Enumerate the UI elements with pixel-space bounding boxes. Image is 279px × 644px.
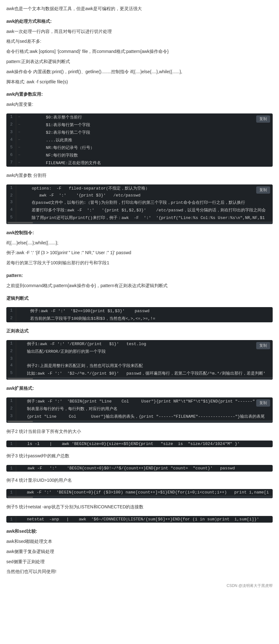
scrollbar-thumb-2: [8, 222, 33, 223]
code-block-8: 1 awk -F ':' 'BEGIN{count=0}{if ($3>100)…: [6, 489, 273, 498]
table-row: 4 例子2:上面是用整行来匹配正则，当然也可以用某个字段来匹配: [6, 362, 273, 370]
table-row: 1 例子1:awk -F ':' '/ERROR/{print $1}' tes…: [6, 340, 273, 348]
code-table-8: 1 awk -F ':' 'BEGIN{count=0}{if ($3>100)…: [6, 489, 273, 496]
builtin-var-label: awk内置变量:: [6, 101, 273, 108]
code-block-1: 复制 1– $0:表示整个当前行 2– $1:表示每行第一个字段 3– $2:表…: [6, 113, 273, 167]
code-inner-6: 1 ls -l | awk 'BEGIN{size=0}{size+=$5}EN…: [6, 441, 273, 447]
code-inner-1: 1– $0:表示整个当前行 2– $1:表示每行第一个字段 3– $2:表示每行…: [6, 113, 273, 167]
example5-section: 例子5 统计netstat -anp状态下分别为LISTEN和CONNECTED…: [6, 503, 273, 511]
scrollbar-thumb-8: [8, 497, 33, 498]
expand-section: awk扩展格式:: [6, 385, 273, 392]
control-title: awk控制指令:: [6, 229, 273, 237]
code-table-5: 1 例子:awk -F ':' 'BEGIN{print "Line Col U…: [6, 397, 273, 420]
desc3: 命令行格式:awk [options] '{command}' file，而co…: [6, 48, 273, 55]
table-row: 2 制表显示每行的行号，每行列数，对应行的用户名: [6, 405, 273, 413]
code-block-3-inner: 1 例子:awk -F ':' '$2==100{print $1,$3}' p…: [6, 307, 273, 322]
expand-title: awk扩展格式:: [6, 385, 273, 392]
scrollbar-8[interactable]: [6, 496, 273, 498]
code-block-1-inner: 复制 1– $0:表示整个当前行 2– $1:表示每行第一个字段 3– $2:表…: [6, 113, 273, 167]
table-row: 7– FILENAME:正在处理的文件名: [6, 159, 273, 167]
code-inner-5[interactable]: 1 例子:awk -F ':' 'BEGIN{print "Line Col U…: [6, 397, 273, 420]
scrollbar-2[interactable]: [6, 222, 273, 224]
code-block-2: 复制 1 options: -F filed-separator(不指定，默认为…: [6, 184, 273, 224]
code-inner-7: 1 awk -F ':' 'BEGIN{count=0}$0!~/^$/{cou…: [6, 465, 273, 472]
table-row: 1 例子:awk -F ':' 'BEGIN{print "Line Col U…: [6, 397, 273, 405]
code-table-4: 1 例子1:awk -F ':' '/ERROR/{print $1}' tes…: [6, 340, 273, 377]
processing-section: awk的处理方式和格式: awk一次处理一行内容，而且对每行可以进行切片处理 格…: [6, 18, 273, 86]
copy-button-2[interactable]: 复制: [256, 186, 270, 194]
copy-button-1[interactable]: 复制: [256, 115, 270, 123]
builtin-param-label: awk内置参数 分割符: [6, 172, 273, 179]
table-row: 1– $0:表示整个当前行: [6, 113, 273, 121]
compare-section: awk和sed比较: awk和sed都能处理文本 awk侧重于复杂逻辑处理 se…: [6, 528, 273, 576]
desc5: awk操作命令 内置函数:print()，printf()、getline().…: [6, 68, 273, 76]
table-row: 2 输出匹配/ERROR/正则的那行的第一个字段: [6, 348, 273, 355]
footer: CSDN @淡明蒋大于黑虎帮: [6, 583, 273, 591]
desc1: awk一次处理一行内容，而且对每行可以进行切片处理: [6, 28, 273, 35]
builtin-section: awk内置参数应用: awk内置变量:: [6, 91, 273, 108]
compare-line2: awk侧重于复杂逻辑处理: [6, 548, 273, 556]
section1-title: awk的处理方式和格式:: [6, 18, 273, 25]
table-row: 6– NF:每行的字段数: [6, 151, 273, 159]
code-block-7: 1 awk -F ':' 'BEGIN{count=0}$0!~/^$/{cou…: [6, 465, 273, 472]
table-row: 1 awk -F ':' 'BEGIN{count=0}$0!~/^$/{cou…: [6, 465, 273, 472]
copy-button-4[interactable]: 复制: [256, 342, 270, 349]
code-block-8-inner: 1 awk -F ':' 'BEGIN{count=0}{if ($3>100)…: [6, 489, 273, 498]
desc4: pattern:正则表达式和逻辑判断式: [6, 58, 273, 66]
code-table-2: 1 options: -F filed-separator(不指定，默认为空格）…: [6, 184, 273, 222]
code-table-7: 1 awk -F ':' 'BEGIN{count=0}$0!~/^$/{cou…: [6, 465, 273, 472]
section2-title: awk内置参数应用:: [6, 91, 273, 98]
table-row: 1 例子:awk -F ':' '$2==100{print $1,$3}' p…: [6, 307, 273, 315]
table-row: 5– NR:每行的记录号（行号）: [6, 144, 273, 151]
code-block-5: 复制 1 例子:awk -F ':' 'BEGIN{print "Line Co…: [6, 397, 273, 423]
scrollbar-thumb-4: [8, 378, 33, 379]
table-row: 3 在passwd文件中，以每行的:（冒号)为分割符，打印出每行的第三个字段，p…: [6, 199, 273, 206]
logic-title: 逻辑判断式: [6, 295, 273, 302]
table-row: 2– $1:表示每行第一个字段: [6, 121, 273, 129]
regex-title: 正则表达式: [6, 327, 273, 335]
pattern-title: pattern:: [6, 272, 273, 280]
code-block-6: 1 ls -l | awk 'BEGIN{size=0}{size+=$5}EN…: [6, 441, 273, 447]
code-inner-3: 1 例子:awk -F ':' '$2==100{print $1,$3}' p…: [6, 307, 273, 322]
intro-line1: awk也是一个文本与数据处理工具，但是awk是可编程的，更灵活强大: [6, 5, 273, 13]
table-row: 1 ls -l | awk 'BEGIN{size=0}{size+=$5}EN…: [6, 441, 273, 447]
code-block-5-inner: 复制 1 例子:awk -F ':' 'BEGIN{print "Line Co…: [6, 397, 273, 423]
pattern-section: pattern: 之前提到command格式:pattern{awk操作命令}，…: [6, 272, 273, 290]
code-inner-2[interactable]: 1 options: -F filed-separator(不指定，默认为空格）…: [6, 184, 273, 222]
builtin-param-text: awk内置参数 分割符: [6, 172, 273, 179]
code-table-9: 1 netstat -anp | awk '$6~/CONNECTED|LIST…: [6, 516, 273, 523]
desc6: 脚本格式: awk -f scriptfile file(s): [6, 78, 273, 86]
code-block-7-inner: 1 awk -F ':' 'BEGIN{count=0}$0!~/^$/{cou…: [6, 465, 273, 472]
table-row: 3: [6, 355, 273, 362]
code-inner-8[interactable]: 1 awk -F ':' 'BEGIN{count=0}{if ($3>100)…: [6, 489, 273, 496]
intro-section: awk也是一个文本与数据处理工具，但是awk是可编程的，更灵活强大: [6, 5, 273, 13]
control-line2: 例子:awk -F ':' '{if (3 > 100)print " Line…: [6, 249, 273, 257]
code-block-3: 1 例子:awk -F ':' '$2==100{print $1,$3}' p…: [6, 307, 273, 322]
example2-section: 例子2 统计当前目录下所有文件的大小: [6, 428, 273, 435]
example5-title: 例子5 统计netstat -anp状态下分别为LISTEN和CONNECTED…: [6, 503, 273, 511]
table-row: 3– $2:表示每行第二个字段: [6, 129, 273, 136]
table-row: 2 awk -F ':' '{print $3}' /etc/passwd: [6, 192, 273, 199]
table-row: 1 netstat -anp | awk '$6~/CONNECTED|LIST…: [6, 516, 273, 523]
code-inner-9: 1 netstat -anp | awk '$6~/CONNECTED|LIST…: [6, 516, 273, 523]
code-table-3: 1 例子:awk -F ':' '$2==100{print $1,$3}' p…: [6, 307, 273, 322]
code-block-4-inner: 复制 1 例子1:awk -F ':' '/ERROR/{print $1}' …: [6, 340, 273, 380]
table-row: 4– ....以此类推: [6, 136, 273, 144]
example4-title: 例子4 统计显示UID>100的用户名: [6, 477, 273, 484]
copy-button-5[interactable]: 复制: [256, 399, 270, 407]
compare-line4: 当然他们也可以共同使用!: [6, 568, 273, 576]
compare-line3: sed侧重于正则处理: [6, 558, 273, 566]
table-row: 4 若要打印多个字段:awk -F ':' '{print $1,$2,$3}'…: [6, 206, 273, 214]
scrollbar-5[interactable]: [6, 420, 273, 423]
code-block-2-inner: 复制 1 options: -F filed-separator(不指定，默认为…: [6, 184, 273, 224]
table-row: 5 比如:awk -F ':' '$2~/^m.*/{print $0}' pa…: [6, 370, 273, 377]
table-row: 3 {print "Line Col User"}输出表格的表头，{print …: [6, 413, 273, 420]
scrollbar-4[interactable]: [6, 377, 273, 380]
footer-text: CSDN @淡明蒋大于黑虎帮: [226, 583, 273, 588]
code-block-9-inner: 1 netstat -anp | awk '$6~/CONNECTED|LIST…: [6, 516, 273, 523]
control-line3: 若每行的第三字段大于100则输出那行的行号和字段1: [6, 259, 273, 267]
code-inner-4[interactable]: 1 例子1:awk -F ':' '/ERROR/{print $1}' tes…: [6, 340, 273, 377]
compare-title: awk和sed比较:: [6, 528, 273, 535]
example3-section: 例子3 统计passwd中的账户总数: [6, 452, 273, 460]
example2-title: 例子2 统计当前目录下所有文件的大小: [6, 428, 273, 435]
